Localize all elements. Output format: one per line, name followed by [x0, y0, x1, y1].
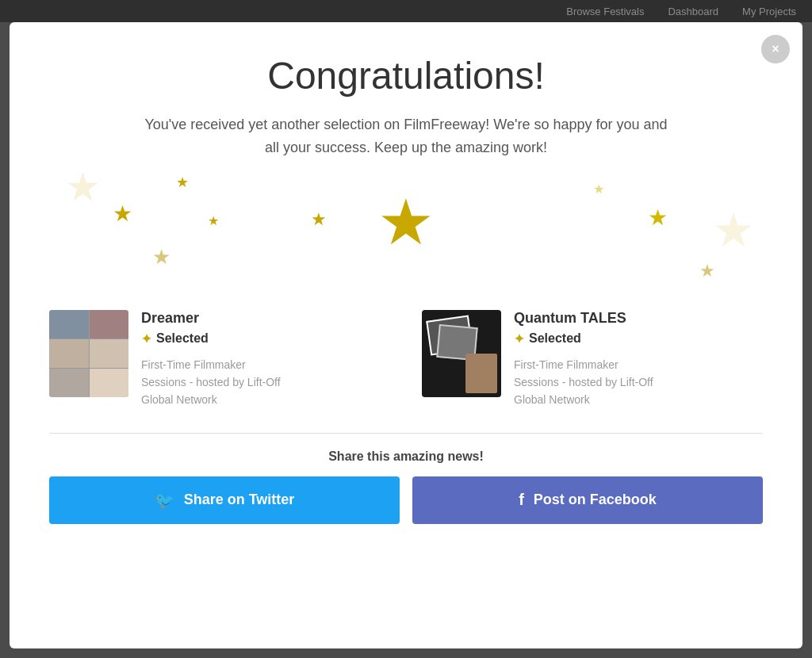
section-divider — [49, 433, 763, 434]
star-small-8: ★ — [311, 211, 327, 228]
facebook-icon: f — [519, 491, 524, 509]
modal-title: Congratulations! — [49, 54, 763, 98]
star-small-7: ★ — [593, 183, 604, 196]
film-card-dreamer: Dreamer ✦ Selected First-Time Filmmaker … — [49, 310, 390, 409]
quantum-title: Quantum TALES — [514, 310, 763, 327]
dreamer-festival-line3: Global Network — [141, 391, 390, 408]
quantum-festival-info: First-Time Filmmaker Sessions - hosted b… — [514, 356, 763, 409]
quantum-festival-line1: First-Time Filmmaker — [514, 356, 763, 373]
star-small-5: ★ — [699, 262, 715, 280]
twitter-share-button[interactable]: 🐦 Share on Twitter — [49, 476, 400, 524]
twitter-button-label: Share on Twitter — [184, 492, 295, 508]
share-buttons-row: 🐦 Share on Twitter f Post on Facebook — [49, 476, 763, 524]
quantum-image — [422, 310, 501, 397]
quantum-selected-label: Selected — [529, 331, 581, 346]
quantum-selected-badge: ✦ Selected — [514, 331, 763, 346]
star-ghost-2: ★ — [712, 207, 755, 254]
films-row: Dreamer ✦ Selected First-Time Filmmaker … — [49, 310, 763, 409]
dreamer-festival-line2: Sessions - hosted by Lift-Off — [141, 373, 390, 391]
quantum-info: Quantum TALES ✦ Selected First-Time Film… — [514, 310, 763, 409]
facebook-share-button[interactable]: f Post on Facebook — [412, 476, 763, 524]
dreamer-thumbnail — [49, 310, 128, 397]
star-small-4: ★ — [648, 207, 668, 229]
dreamer-selected-label: Selected — [156, 331, 209, 346]
dreamer-collage — [49, 310, 128, 397]
twitter-icon: 🐦 — [155, 491, 174, 510]
quantum-face — [465, 354, 497, 393]
star-small-2: ★ — [176, 175, 189, 189]
congratulations-modal: × Congratulations! You've received yet a… — [10, 22, 802, 648]
film-card-quantum: Quantum TALES ✦ Selected First-Time Film… — [422, 310, 763, 409]
star-small-1: ★ — [113, 203, 132, 225]
dreamer-selected-badge: ✦ Selected — [141, 331, 390, 346]
facebook-button-label: Post on Facebook — [534, 492, 657, 508]
close-button[interactable]: × — [761, 35, 790, 63]
star-small-3: ★ — [208, 215, 219, 228]
dreamer-title: Dreamer — [141, 310, 390, 327]
stars-decoration: ★ ★ ★ ★ ★ ★ ★ ★ ★ ★ ★ — [49, 167, 763, 294]
quantum-festival-line3: Global Network — [514, 391, 763, 408]
star-large: ★ — [377, 191, 435, 254]
star-small-6: ★ — [152, 247, 170, 267]
dreamer-festival-line1: First-Time Filmmaker — [141, 356, 390, 373]
quantum-festival-line2: Sessions - hosted by Lift-Off — [514, 373, 763, 391]
share-section-label: Share this amazing news! — [49, 450, 763, 464]
dreamer-info: Dreamer ✦ Selected First-Time Filmmaker … — [141, 310, 390, 409]
dreamer-festival-info: First-Time Filmmaker Sessions - hosted b… — [141, 356, 390, 409]
quantum-star-icon: ✦ — [514, 331, 524, 346]
dreamer-star-icon: ✦ — [141, 331, 151, 346]
quantum-thumbnail — [422, 310, 501, 397]
star-ghost-1: ★ — [65, 167, 101, 207]
modal-subtitle: You've received yet another selection on… — [136, 113, 676, 159]
